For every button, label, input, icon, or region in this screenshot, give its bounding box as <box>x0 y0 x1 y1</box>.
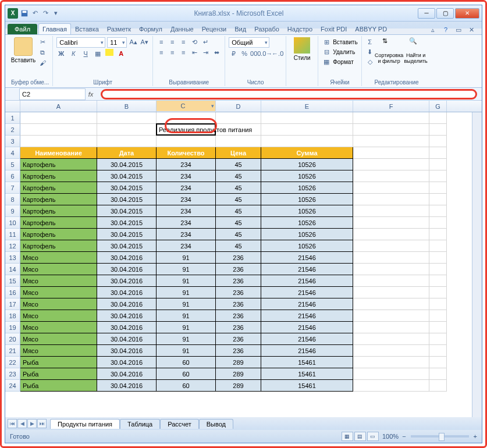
currency-icon[interactable]: ₽ <box>229 49 238 58</box>
cell-price[interactable]: 236 <box>216 333 261 345</box>
fill-color-icon[interactable] <box>105 49 113 56</box>
close-button[interactable]: ✕ <box>455 8 479 19</box>
cell-name[interactable]: Картофель <box>20 240 97 252</box>
sort-filter-button[interactable]: ⇅ Сортировка и фильтр <box>377 37 401 64</box>
cell[interactable] <box>261 136 353 147</box>
name-box[interactable] <box>19 88 86 100</box>
percent-icon[interactable]: % <box>240 49 249 58</box>
cell-qty[interactable]: 234 <box>157 159 216 170</box>
cell-sum[interactable]: 10526 <box>261 170 353 182</box>
cell-name[interactable]: Мясо <box>20 310 97 322</box>
fx-icon[interactable]: fx <box>86 91 96 98</box>
cell-date[interactable]: 30.04.2016 <box>97 380 157 392</box>
cell[interactable] <box>353 205 429 217</box>
cell[interactable] <box>353 136 429 147</box>
row-header[interactable]: 21 <box>5 345 20 357</box>
cell[interactable] <box>429 194 447 205</box>
fill-icon[interactable]: ⬇ <box>365 47 375 56</box>
title-cell[interactable]: Реализация продуктов питания <box>157 124 216 136</box>
cell-date[interactable]: 30.04.2016 <box>97 298 157 310</box>
workbook-close-icon[interactable]: ✕ <box>467 25 476 34</box>
row-header[interactable]: 20 <box>5 333 20 345</box>
row-header[interactable]: 19 <box>5 322 20 333</box>
vertical-scrollbar[interactable] <box>472 112 482 417</box>
decrease-indent-icon[interactable]: ⇤ <box>190 48 199 57</box>
cell[interactable] <box>353 322 429 333</box>
cell[interactable] <box>429 275 447 287</box>
cell[interactable] <box>429 159 447 170</box>
minimize-ribbon-icon[interactable]: ▵ <box>428 25 438 34</box>
cell-price[interactable]: 236 <box>216 298 261 310</box>
format-painter-icon[interactable]: 🖌 <box>38 58 47 67</box>
sheet-tab-active[interactable]: Продукты питания <box>50 419 120 429</box>
save-icon[interactable] <box>20 9 29 17</box>
ribbon-tab-9[interactable]: Foxit PDI <box>317 23 351 34</box>
cell-sum[interactable]: 21546 <box>261 322 353 333</box>
table-header[interactable]: Наименование <box>20 147 97 159</box>
sheet-nav-last[interactable]: ⏭ <box>37 419 47 428</box>
cell-date[interactable]: 30.04.2016 <box>97 287 157 298</box>
wrap-text-icon[interactable]: ↵ <box>201 37 210 47</box>
cell[interactable] <box>429 170 447 182</box>
ribbon-tab-1[interactable]: Вставка <box>71 23 103 34</box>
cell[interactable] <box>429 333 447 345</box>
col-header-A[interactable]: A <box>20 101 97 112</box>
cell-sum[interactable]: 21546 <box>261 333 353 345</box>
cell-date[interactable]: 30.04.2016 <box>97 264 157 275</box>
cell-name[interactable]: Мясо <box>20 252 97 264</box>
cell-qty[interactable]: 91 <box>157 287 216 298</box>
col-header-F[interactable]: F <box>353 101 429 112</box>
row-header[interactable]: 14 <box>5 264 20 275</box>
copy-icon[interactable]: ⧉ <box>38 48 47 57</box>
align-center-icon[interactable]: ≡ <box>168 48 177 57</box>
cell-date[interactable]: 30.04.2015 <box>97 240 157 252</box>
row-header[interactable]: 7 <box>5 182 20 194</box>
cell-qty[interactable]: 60 <box>157 368 216 380</box>
cell-name[interactable]: Рыба <box>20 357 97 368</box>
cell[interactable] <box>353 124 429 136</box>
cell-date[interactable]: 30.04.2015 <box>97 217 157 229</box>
cell-price[interactable]: 236 <box>216 252 261 264</box>
formula-bar[interactable] <box>101 89 477 99</box>
cell[interactable] <box>20 112 97 124</box>
cell[interactable] <box>429 345 447 357</box>
row-header[interactable]: 6 <box>5 170 20 182</box>
cell-date[interactable]: 30.04.2015 <box>97 194 157 205</box>
cell[interactable] <box>429 136 447 147</box>
cell-qty[interactable]: 60 <box>157 357 216 368</box>
sheet-tab[interactable]: Вывод <box>199 419 233 429</box>
table-header[interactable]: Количество <box>157 147 216 159</box>
cell-date[interactable]: 30.04.2016 <box>97 345 157 357</box>
cell[interactable] <box>429 380 447 392</box>
cell-qty[interactable]: 234 <box>157 194 216 205</box>
find-select-button[interactable]: 🔍 Найти и выделить <box>404 37 428 64</box>
row-header[interactable]: 4 <box>5 147 20 159</box>
cell-price[interactable]: 236 <box>216 275 261 287</box>
cell-qty[interactable]: 91 <box>157 252 216 264</box>
cell-price[interactable]: 45 <box>216 205 261 217</box>
cell[interactable] <box>261 124 353 136</box>
row-header[interactable]: 8 <box>5 194 20 205</box>
cell-date[interactable]: 30.04.2016 <box>97 322 157 333</box>
cell-qty[interactable]: 91 <box>157 322 216 333</box>
col-header-G[interactable]: G <box>429 101 447 112</box>
cell[interactable] <box>353 264 429 275</box>
cell-sum[interactable]: 10526 <box>261 205 353 217</box>
row-header[interactable]: 17 <box>5 298 20 310</box>
row-header[interactable]: 5 <box>5 159 20 170</box>
cell[interactable] <box>353 240 429 252</box>
cell-qty[interactable]: 234 <box>157 240 216 252</box>
cell-qty[interactable]: 234 <box>157 217 216 229</box>
cell-date[interactable]: 30.04.2016 <box>97 275 157 287</box>
col-header-E[interactable]: E <box>261 101 353 112</box>
font-color-icon[interactable]: A <box>116 49 126 58</box>
cell[interactable] <box>353 217 429 229</box>
cell-qty[interactable]: 91 <box>157 275 216 287</box>
cell[interactable] <box>429 217 447 229</box>
cell-sum[interactable]: 21546 <box>261 252 353 264</box>
cell-qty[interactable]: 91 <box>157 310 216 322</box>
cell-qty[interactable]: 234 <box>157 205 216 217</box>
redo-icon[interactable]: ↷ <box>41 9 49 17</box>
increase-font-icon[interactable]: A▴ <box>129 37 138 47</box>
cell-price[interactable]: 236 <box>216 345 261 357</box>
